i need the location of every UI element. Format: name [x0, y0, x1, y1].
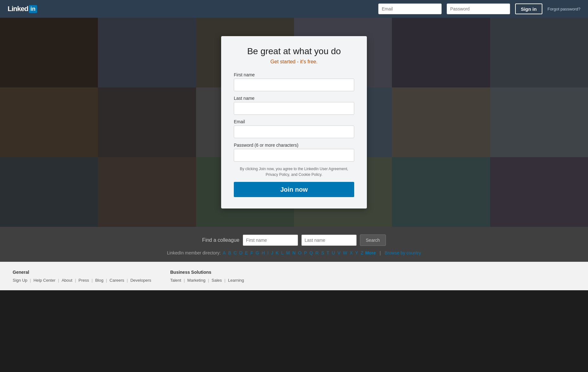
directory-section: Find a colleague Search LinkedIn member … [0, 227, 588, 262]
header-email-input[interactable] [378, 3, 442, 14]
footer-separator: | [224, 278, 225, 283]
signup-modal: Be great at what you do Get started - it… [221, 36, 367, 208]
modal-subtitle: Get started - it's free. [234, 59, 354, 65]
browse-by-country-link[interactable]: Browse by country [385, 250, 421, 255]
footer-general-link[interactable]: Developers [130, 278, 151, 283]
header-password-input[interactable] [447, 3, 510, 14]
footer-general-links: Sign Up|Help Center|About|Press|Blog|Car… [13, 278, 151, 283]
footer-general-link[interactable]: Blog [95, 278, 103, 283]
find-firstname-input[interactable] [243, 234, 298, 246]
footer-separator: | [208, 278, 209, 283]
footer-general-title: General [13, 270, 151, 275]
footer-business: Business Solutions Talent|Marketing|Sale… [170, 270, 244, 283]
directory-separator: | [380, 250, 381, 255]
directory-letter-o[interactable]: O [297, 250, 302, 255]
directory-letters: A B C D E F G H I J K L M N O P Q R S T … [222, 250, 364, 255]
directory-letter-m[interactable]: M [285, 250, 291, 255]
terms-text: By clicking Join now, you agree to the L… [234, 166, 354, 177]
password-input[interactable] [234, 149, 354, 162]
directory-letter-d[interactable]: D [239, 250, 243, 255]
directory-letter-p[interactable]: P [304, 250, 308, 255]
hero-section: Be great at what you do Get started - it… [0, 18, 588, 227]
directory-letter-s[interactable]: S [321, 250, 325, 255]
footer-separator: | [184, 278, 185, 283]
footer-separator: | [75, 278, 76, 283]
email-input[interactable] [234, 125, 354, 138]
footer-separator: | [58, 278, 59, 283]
directory-letter-v[interactable]: V [337, 250, 341, 255]
last-name-group: Last name [234, 96, 354, 115]
password-group: Password (6 or more characters) [234, 143, 354, 162]
find-colleague-row: Find a colleague Search [0, 234, 588, 246]
email-group: Email [234, 119, 354, 138]
first-name-label: First name [234, 72, 354, 77]
directory-letter-h[interactable]: H [261, 250, 265, 255]
subtitle-highlight: it's free. [300, 59, 318, 64]
last-name-input[interactable] [234, 102, 354, 115]
directory-letter-e[interactable]: E [244, 250, 248, 255]
footer-general-link[interactable]: Careers [110, 278, 124, 283]
header: Linkedin Sign in Forgot password? [0, 0, 588, 18]
footer-separator: | [92, 278, 93, 283]
directory-letter-x[interactable]: X [349, 250, 353, 255]
footer-business-link[interactable]: Marketing [187, 278, 205, 283]
directory-row: LinkedIn member directory: A B C D E F G… [0, 250, 588, 255]
first-name-group: First name [234, 72, 354, 91]
footer-business-link[interactable]: Talent [170, 278, 181, 283]
footer-separator: | [127, 278, 128, 283]
footer-business-links: Talent|Marketing|Sales|Learning [170, 278, 244, 283]
directory-letter-r[interactable]: R [315, 250, 319, 255]
footer-general-link[interactable]: Sign Up [13, 278, 27, 283]
directory-letter-f[interactable]: F [250, 250, 254, 255]
directory-letter-w[interactable]: W [342, 250, 348, 255]
directory-more-link[interactable]: More [365, 250, 376, 255]
directory-letter-b[interactable]: B [227, 250, 232, 255]
forgot-password-link[interactable]: Forgot password? [547, 7, 580, 11]
directory-label: LinkedIn member directory: [167, 250, 221, 255]
directory-letter-l[interactable]: L [281, 250, 284, 255]
find-colleague-label: Find a colleague [202, 237, 239, 243]
directory-letter-z[interactable]: Z [360, 250, 364, 255]
directory-letter-c[interactable]: C [233, 250, 237, 255]
logo-in: in [29, 5, 37, 13]
footer-general: General Sign Up|Help Center|About|Press|… [13, 270, 151, 283]
footer-separator: | [30, 278, 31, 283]
footer-general-link[interactable]: Press [79, 278, 89, 283]
modal-title: Be great at what you do [234, 46, 354, 56]
last-name-label: Last name [234, 96, 354, 101]
directory-letter-u[interactable]: U [331, 250, 336, 255]
directory-letter-q[interactable]: Q [309, 250, 314, 255]
join-button[interactable]: Join now [234, 182, 354, 197]
footer-general-link[interactable]: Help Center [34, 278, 55, 283]
logo-area: Linkedin [8, 5, 37, 13]
footer-general-link[interactable]: About [61, 278, 72, 283]
first-name-input[interactable] [234, 79, 354, 91]
find-lastname-input[interactable] [301, 234, 357, 246]
footer-business-title: Business Solutions [170, 270, 244, 275]
email-label: Email [234, 119, 354, 124]
footer-business-link[interactable]: Learning [228, 278, 244, 283]
directory-letter-j[interactable]: J [270, 250, 274, 255]
find-search-button[interactable]: Search [360, 234, 386, 246]
directory-letter-n[interactable]: N [292, 250, 296, 255]
directory-letter-y[interactable]: Y [355, 250, 359, 255]
directory-letter-i[interactable]: I [267, 250, 269, 255]
directory-letter-t[interactable]: T [326, 250, 330, 255]
subtitle-start: Get started - [271, 59, 300, 64]
logo-text: Linked [8, 5, 28, 13]
directory-letter-k[interactable]: K [275, 250, 279, 255]
footer-business-link[interactable]: Sales [212, 278, 222, 283]
password-label: Password (6 or more characters) [234, 143, 354, 148]
directory-letter-a[interactable]: A [222, 250, 226, 255]
footer: General Sign Up|Help Center|About|Press|… [0, 262, 588, 290]
directory-letter-g[interactable]: G [255, 250, 260, 255]
signin-button[interactable]: Sign in [515, 3, 542, 14]
footer-separator: | [106, 278, 107, 283]
